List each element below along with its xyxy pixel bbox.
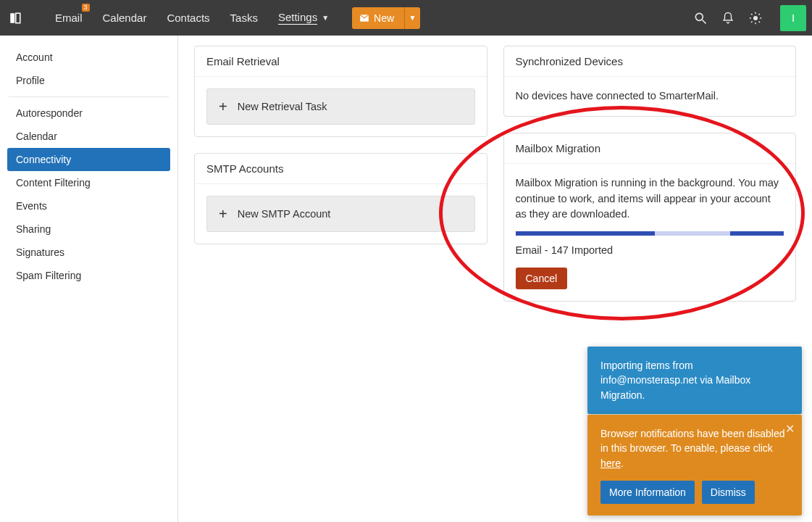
mail-icon xyxy=(359,13,369,23)
cancel-button[interactable]: Cancel xyxy=(516,268,568,289)
new-smtp-account-button[interactable]: + New SMTP Account xyxy=(206,196,475,232)
email-badge: 3 xyxy=(82,4,90,12)
migration-status-text: Mailbox Migration is running in the back… xyxy=(516,175,784,223)
new-button-group: New ▼ xyxy=(352,7,420,29)
search-icon[interactable] xyxy=(693,11,708,25)
chevron-down-icon: ▼ xyxy=(322,14,329,22)
svg-line-10 xyxy=(759,21,761,22)
nav-calendar[interactable]: Calendar xyxy=(93,0,157,36)
toast-text: Browser notifications have been disabled… xyxy=(600,428,785,469)
card-email-retrieval: Email Retrieval + New Retrieval Task xyxy=(194,46,487,137)
sidebar-item-signatures[interactable]: Signatures xyxy=(0,241,177,264)
sidebar-item-account[interactable]: Account xyxy=(0,46,177,69)
toast-text: Importing items from info@monsterasp.net… xyxy=(600,360,750,401)
sidebar-item-connectivity[interactable]: Connectivity xyxy=(7,148,170,171)
sidebar-item-spam-filtering[interactable]: Spam Filtering xyxy=(0,264,177,287)
devices-empty-text: No devices have connected to SmarterMail… xyxy=(504,77,796,116)
nav-email[interactable]: Email 3 xyxy=(45,0,93,36)
main-nav: Email 3 Calendar Contacts Tasks Settings… xyxy=(30,0,339,36)
svg-rect-0 xyxy=(10,13,14,23)
sidebar-item-calendar[interactable]: Calendar xyxy=(0,125,177,148)
theme-icon[interactable] xyxy=(748,11,763,25)
sidebar-item-events[interactable]: Events xyxy=(0,194,177,218)
migration-progress-bar xyxy=(516,231,784,236)
enable-link[interactable]: here xyxy=(600,457,621,469)
sidebar-item-content-filtering[interactable]: Content Filtering xyxy=(0,171,177,194)
card-title: Mailbox Migration xyxy=(504,133,796,164)
settings-sidebar: Account Profile Autoresponder Calendar C… xyxy=(0,36,178,522)
card-title: Email Retrieval xyxy=(195,46,487,77)
svg-rect-1 xyxy=(16,13,20,23)
svg-point-4 xyxy=(753,16,758,20)
toast-warning: ✕ Browser notifications have been disabl… xyxy=(587,415,802,515)
card-mailbox-migration: Mailbox Migration Mailbox Migration is r… xyxy=(503,133,797,302)
sidebar-divider xyxy=(9,96,169,97)
migration-progress-label: Email - 147 Imported xyxy=(516,243,784,259)
app-header: Email 3 Calendar Contacts Tasks Settings… xyxy=(0,0,812,36)
svg-point-2 xyxy=(695,13,703,20)
card-smtp-accounts: SMTP Accounts + New SMTP Account xyxy=(194,153,487,244)
bell-icon[interactable] xyxy=(721,11,735,25)
card-title: SMTP Accounts xyxy=(195,154,487,184)
svg-line-11 xyxy=(751,21,753,22)
sidebar-item-autoresponder[interactable]: Autoresponder xyxy=(0,102,177,125)
new-button[interactable]: New xyxy=(352,7,404,29)
svg-line-12 xyxy=(759,14,761,15)
card-title: Synchronized Devices xyxy=(504,46,796,77)
app-logo-icon[interactable] xyxy=(0,0,30,36)
new-retrieval-task-button[interactable]: + New Retrieval Task xyxy=(206,88,475,125)
nav-contacts[interactable]: Contacts xyxy=(156,0,219,36)
nav-tasks[interactable]: Tasks xyxy=(220,0,268,36)
more-information-button[interactable]: More Information xyxy=(600,481,695,504)
sidebar-item-sharing[interactable]: Sharing xyxy=(0,218,177,241)
dismiss-button[interactable]: Dismiss xyxy=(702,481,755,504)
close-icon[interactable]: ✕ xyxy=(785,420,795,437)
plus-icon: + xyxy=(219,207,227,221)
toast-info: Importing items from info@monsterasp.net… xyxy=(587,347,802,414)
sidebar-item-profile[interactable]: Profile xyxy=(0,69,177,92)
avatar[interactable]: I xyxy=(780,5,806,31)
nav-settings[interactable]: Settings▼ xyxy=(268,0,339,36)
card-synchronized-devices: Synchronized Devices No devices have con… xyxy=(503,46,797,117)
new-button-dropdown[interactable]: ▼ xyxy=(404,7,420,29)
svg-line-9 xyxy=(751,14,753,15)
plus-icon: + xyxy=(219,99,227,114)
svg-line-3 xyxy=(703,20,706,23)
